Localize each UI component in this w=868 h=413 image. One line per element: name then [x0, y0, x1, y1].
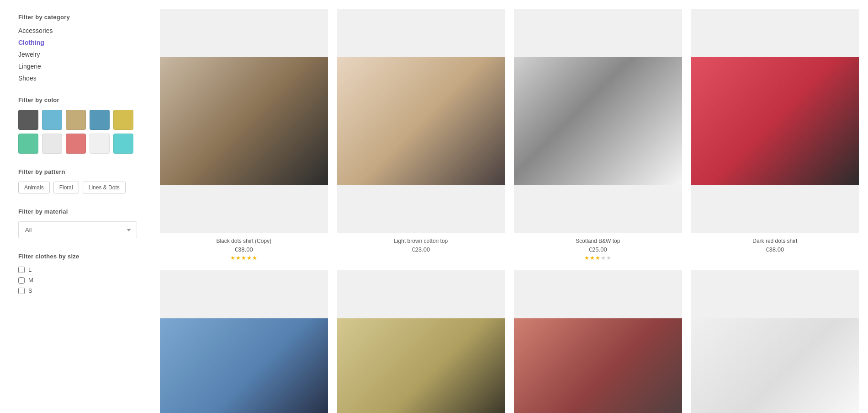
product-card: Face print t-shirt	[691, 270, 859, 413]
color-swatch-light-gray[interactable]	[42, 134, 62, 154]
star-icon: ★	[606, 255, 611, 261]
product-grid: Black dots shirt (Copy)€38.00★★★★★Light …	[160, 9, 859, 413]
material-filter-section: Filter by material AllCottonPolyesterSil…	[18, 208, 137, 238]
color-filter-title: Filter by color	[18, 97, 137, 103]
color-swatch-white[interactable]	[90, 134, 110, 154]
product-price: €25.00	[589, 246, 607, 253]
page-layout: Filter by category AccessoriesClothingJe…	[0, 0, 868, 413]
category-list: AccessoriesClothingJewelryLingerieShoes	[18, 27, 137, 82]
product-name: Dark red dots shirt	[752, 238, 797, 244]
color-swatch-tan[interactable]	[66, 110, 86, 130]
product-image	[514, 318, 682, 413]
star-icon: ★	[247, 255, 252, 261]
product-name: Black dots shirt (Copy)	[216, 238, 271, 244]
star-icon: ★	[252, 255, 257, 261]
product-card: Dark red dots shirt€38.00	[691, 9, 859, 261]
color-swatch-yellow[interactable]	[113, 110, 133, 130]
product-image	[337, 318, 505, 413]
category-item-jewelry[interactable]: Jewelry	[18, 51, 40, 58]
product-image	[337, 57, 505, 185]
product-card: Animal floral shirt	[160, 270, 328, 413]
category-filter-title: Filter by category	[18, 14, 137, 21]
pattern-filter-section: Filter by pattern AnimalsFloralLines & D…	[18, 168, 137, 193]
product-price: €38.00	[766, 246, 784, 253]
size-filter-title: Filter clothes by size	[18, 253, 137, 260]
product-image-wrap[interactable]	[337, 9, 505, 233]
category-item-lingerie[interactable]: Lingerie	[18, 63, 41, 70]
product-name: Scotland B&W top	[576, 238, 620, 244]
product-image	[691, 57, 859, 185]
size-checkbox-m[interactable]	[18, 277, 25, 284]
product-name: Light brown cotton top	[394, 238, 448, 244]
product-card: Light brown cotton top€23.00	[337, 9, 505, 261]
star-icon: ★	[601, 255, 606, 261]
product-image-wrap[interactable]	[160, 270, 328, 413]
star-icon: ★	[236, 255, 241, 261]
product-image-wrap[interactable]	[691, 9, 859, 233]
product-image-wrap[interactable]	[337, 270, 505, 413]
pattern-tag-lines-&-dots[interactable]: Lines & Dots	[83, 182, 126, 193]
main-content: Black dots shirt (Copy)€38.00★★★★★Light …	[155, 0, 868, 413]
product-image-wrap[interactable]	[691, 270, 859, 413]
product-image	[160, 318, 328, 413]
color-swatch-mint[interactable]	[18, 134, 38, 154]
color-swatch-pink-red[interactable]	[66, 134, 86, 154]
product-card: Scotland B&W top€25.00★★★★★	[514, 9, 682, 261]
product-image-wrap[interactable]	[514, 270, 682, 413]
product-card: Slim floral black top	[337, 270, 505, 413]
material-select[interactable]: AllCottonPolyesterSilkWool	[18, 221, 137, 238]
star-icon: ★	[595, 255, 600, 261]
pattern-filter-title: Filter by pattern	[18, 168, 137, 175]
size-label-l: L	[28, 266, 32, 273]
category-filter-section: Filter by category AccessoriesClothingJe…	[18, 14, 137, 82]
size-label-m: M	[28, 277, 33, 284]
product-image	[691, 318, 859, 413]
size-list: LMS	[18, 266, 137, 294]
pattern-tag-floral[interactable]: Floral	[53, 182, 79, 193]
color-filter-section: Filter by color	[18, 97, 137, 154]
category-item-clothing[interactable]: Clothing	[18, 39, 44, 46]
star-icon: ★	[584, 255, 589, 261]
product-rating: ★★★★★	[230, 255, 257, 261]
product-image	[514, 57, 682, 185]
pattern-tag-animals[interactable]: Animals	[18, 182, 50, 193]
star-icon: ★	[230, 255, 235, 261]
star-icon: ★	[241, 255, 246, 261]
color-swatches	[18, 110, 137, 154]
sidebar: Filter by category AccessoriesClothingJe…	[0, 0, 155, 413]
size-filter-section: Filter clothes by size LMS	[18, 253, 137, 294]
product-image-wrap[interactable]	[160, 9, 328, 233]
product-price: €23.00	[412, 246, 430, 253]
category-item-accessories[interactable]: Accessories	[18, 27, 53, 34]
size-label-s: S	[28, 287, 32, 294]
product-image-wrap[interactable]	[514, 9, 682, 233]
color-swatch-dark-gray[interactable]	[18, 110, 38, 130]
category-item-shoes[interactable]: Shoes	[18, 75, 37, 82]
product-card: Black dots shirt (Copy)€38.00★★★★★	[160, 9, 328, 261]
material-filter-title: Filter by material	[18, 208, 137, 215]
size-checkbox-s[interactable]	[18, 288, 25, 294]
color-swatch-steel-blue[interactable]	[90, 110, 110, 130]
product-price: €38.00	[235, 246, 253, 253]
product-image	[160, 57, 328, 185]
color-swatch-sky-blue[interactable]	[42, 110, 62, 130]
product-card: Red floral & black top	[514, 270, 682, 413]
star-icon: ★	[590, 255, 595, 261]
color-swatch-cyan[interactable]	[113, 134, 133, 154]
product-rating: ★★★★★	[584, 255, 611, 261]
pattern-tags: AnimalsFloralLines & Dots	[18, 182, 137, 193]
size-checkbox-l[interactable]	[18, 267, 25, 273]
